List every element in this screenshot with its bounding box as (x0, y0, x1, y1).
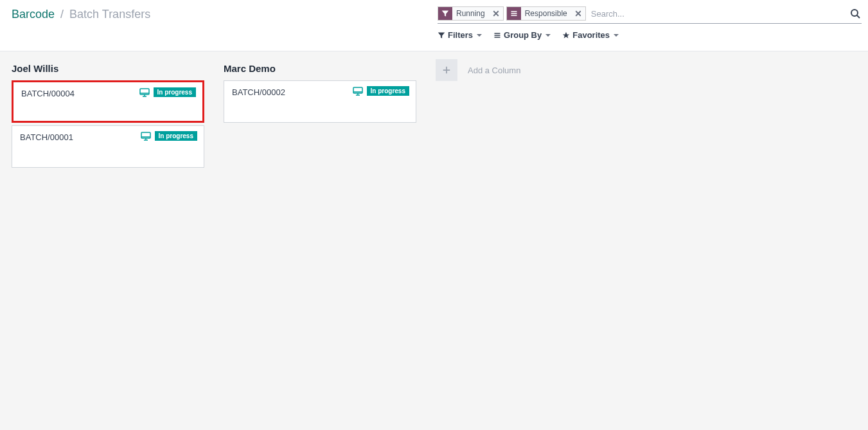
status-badge: In progress (154, 87, 196, 97)
add-column-button[interactable] (436, 59, 457, 81)
column-title[interactable]: Joel Willis (12, 59, 204, 80)
card-title: BATCH/00004 (21, 89, 75, 98)
desktop-icon (139, 88, 150, 97)
funnel-icon (438, 7, 452, 20)
breadcrumb-current: Batch Transfers (69, 8, 150, 21)
list-icon (493, 31, 501, 39)
star-icon (562, 31, 570, 39)
card-title: BATCH/00001 (20, 132, 73, 142)
search-icon[interactable] (849, 8, 862, 19)
facet-label: Responsible (521, 7, 571, 20)
kanban-column: Joel Willis BATCH/00004 In progress BATC… (12, 59, 204, 170)
groupby-dropdown[interactable]: Group By (493, 30, 551, 40)
add-column-area: Add a Column (436, 59, 520, 81)
favorites-label: Favorites (572, 30, 610, 40)
search-bar: Running Responsible (438, 6, 862, 24)
control-panel-right: Running Responsible (438, 0, 868, 45)
kanban-card[interactable]: BATCH/00001 In progress (12, 125, 204, 168)
breadcrumb-separator: / (60, 8, 64, 21)
close-icon[interactable] (571, 7, 585, 20)
breadcrumb-root-link[interactable]: Barcode (12, 8, 55, 21)
desktop-icon (353, 87, 363, 96)
close-icon[interactable] (489, 7, 503, 20)
svg-point-0 (851, 10, 858, 16)
kanban-view: Joel Willis BATCH/00004 In progress BATC… (0, 51, 868, 430)
kanban-column: Marc Demo BATCH/00002 In progress (224, 59, 416, 125)
add-column-label[interactable]: Add a Column (468, 66, 520, 75)
funnel-icon (438, 31, 445, 39)
kanban-card[interactable]: BATCH/00002 In progress (224, 80, 416, 123)
search-toolbar: Filters Group By Favorites (438, 24, 862, 45)
filters-dropdown[interactable]: Filters (438, 30, 482, 40)
kanban-card[interactable]: BATCH/00004 In progress (12, 80, 204, 123)
chevron-down-icon (614, 34, 619, 37)
chevron-down-icon (477, 34, 482, 37)
column-title[interactable]: Marc Demo (224, 59, 416, 80)
desktop-icon (141, 132, 151, 141)
chevron-down-icon (545, 34, 551, 37)
top-header: Barcode / Batch Transfers Running Respon… (0, 0, 868, 51)
list-icon (507, 7, 521, 20)
plus-icon (442, 66, 451, 75)
facet-label: Running (452, 7, 489, 20)
filters-label: Filters (448, 30, 473, 40)
favorites-dropdown[interactable]: Favorites (562, 30, 619, 40)
search-facet-filter: Running (438, 6, 504, 21)
breadcrumb: Barcode / Batch Transfers (0, 0, 162, 29)
status-badge: In progress (155, 131, 197, 141)
groupby-label: Group By (504, 30, 542, 40)
card-title: BATCH/00002 (232, 87, 285, 97)
search-input[interactable] (589, 8, 846, 20)
search-facet-group: Responsible (506, 6, 586, 21)
status-badge: In progress (367, 86, 409, 96)
